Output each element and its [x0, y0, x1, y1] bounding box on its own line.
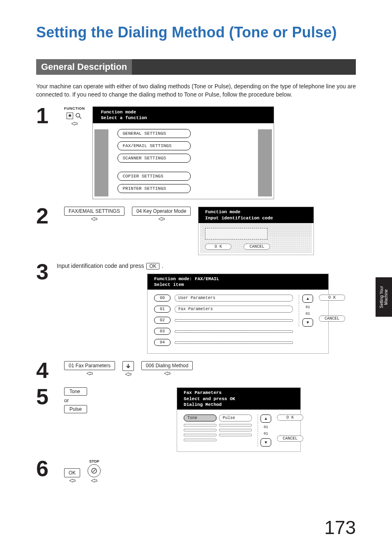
pointer-icon: [90, 478, 98, 483]
step-3-instruction: Input identification code and press OK .: [57, 263, 376, 269]
stop-icon: [88, 464, 101, 477]
ok-key-label: OK: [64, 468, 80, 477]
scroll-down-icon[interactable]: ▼: [261, 438, 271, 447]
stop-key[interactable]: STOP: [88, 459, 101, 483]
empty-option: [184, 439, 217, 441]
empty-option: [184, 424, 217, 426]
cancel-button[interactable]: CANCEL: [319, 315, 345, 322]
step-3-lcd-line2: Select item: [154, 282, 322, 288]
step-4-number: 4: [36, 361, 56, 380]
arrow-down-key[interactable]: [122, 361, 134, 377]
page-indicator-bottom: 01: [306, 312, 310, 316]
scroll-up-icon[interactable]: ▲: [302, 295, 313, 303]
step-3-lcd-header: Function mode: FAX/EMAIL Select item: [148, 274, 328, 290]
step-3-content: Input identification code and press OK .…: [57, 263, 376, 354]
list-item[interactable]: 02: [154, 317, 293, 324]
svg-line-3: [93, 470, 95, 472]
list-item[interactable]: 04: [154, 339, 293, 346]
cancel-button[interactable]: CANCEL: [277, 435, 303, 442]
ok-inline-key[interactable]: OK: [146, 263, 159, 269]
list-item[interactable]: 03: [154, 328, 293, 335]
lcd-dots-right: [258, 129, 272, 197]
step-5-content: Tone or Pulse Fax Parameters Select and …: [64, 387, 301, 452]
step-1-content: FUNCTION ✱ Function mode Select a functi…: [64, 106, 274, 200]
scroll-up-icon[interactable]: ▲: [261, 415, 271, 423]
page-indicator-top: 01: [264, 425, 268, 429]
pointer-icon: [86, 371, 93, 376]
step-2-content: FAX/EMAIL SETTINGS 04 Key Operator Mode …: [64, 207, 314, 255]
side-tab-line1: Setting Your: [379, 286, 384, 308]
svg-line-1: [80, 117, 82, 119]
step-5-lcd-line2: Select and press OK: [184, 396, 294, 402]
step-3: 3 Input identification code and press OK…: [36, 263, 356, 354]
step-5-lcd: Fax Parameters Select and press OK Diali…: [177, 387, 301, 452]
ok-button[interactable]: O K: [277, 415, 303, 421]
step-2-lcd-line2: Input identification code: [205, 215, 307, 221]
step-4: 4 01 Fax Parameters 006 Dialing Method: [36, 361, 356, 380]
action-col: O K CANCEL: [319, 295, 345, 322]
tone-option[interactable]: Tone: [184, 415, 217, 421]
step-1-lcd-line2: Select a function: [101, 115, 265, 121]
intro-paragraph: Your machine can operate with either of …: [36, 82, 356, 99]
list-index: 00: [154, 295, 171, 302]
step-6-content: OK STOP: [64, 459, 101, 483]
step-5-lcd-line1: Fax Parameters: [184, 390, 294, 396]
dialing-method-key[interactable]: 006 Dialing Method: [141, 361, 193, 376]
ok-key[interactable]: OK: [64, 468, 80, 483]
scroll-down-icon[interactable]: ▼: [302, 318, 313, 327]
list-item[interactable]: 01 Fax Parameters: [154, 306, 293, 313]
copier-settings-button[interactable]: COPIER SETTINGS: [118, 172, 191, 181]
tone-key[interactable]: Tone: [64, 387, 87, 396]
empty-option: [219, 434, 252, 436]
magnifier-icon: [75, 112, 82, 120]
step-1-lcd-col1: GENERAL SETTINGS FAX/EMAIL SETTINGS SCAN…: [118, 129, 191, 163]
list-label: [175, 330, 293, 333]
list-index: 02: [154, 317, 171, 324]
page-indicator-bottom: 01: [264, 432, 268, 436]
step-5-number: 5: [36, 387, 56, 406]
step-2-lcd-header: Function mode Input identification code: [198, 207, 314, 223]
step-2-number: 2: [36, 207, 56, 226]
empty-option: [219, 429, 252, 431]
key-operator-mode-key-label: 04 Key Operator Mode: [132, 207, 191, 216]
key-operator-mode-key[interactable]: 04 Key Operator Mode: [132, 207, 191, 221]
list-index: 04: [154, 339, 171, 346]
dial-option-grid: Tone Pulse: [184, 415, 252, 441]
empty-option: [219, 424, 252, 426]
step-6-number: 6: [36, 459, 56, 478]
action-col: O K CANCEL: [277, 415, 303, 442]
function-key-icons: ✱: [67, 112, 82, 120]
scanner-settings-button[interactable]: SCANNER SETTINGS: [118, 154, 191, 163]
pulse-option[interactable]: Pulse: [219, 415, 252, 421]
side-tab: Setting Your Machine: [376, 277, 392, 317]
list-item[interactable]: 00 User Parameters: [154, 295, 293, 302]
step-1-lcd-header: Function mode Select a function: [93, 107, 274, 124]
fax-email-settings-key-label: FAX/EMAIL SETTINGS: [64, 207, 125, 216]
empty-option: [184, 434, 217, 436]
list-index: 01: [154, 306, 171, 313]
pulse-key[interactable]: Pulse: [64, 405, 87, 413]
ok-button[interactable]: O K: [205, 244, 231, 250]
fax-parameters-key[interactable]: 01 Fax Parameters: [64, 361, 115, 376]
page-indicator-top: 01: [306, 305, 310, 309]
side-tab-text: Setting Your Machine: [379, 286, 388, 308]
list-label: [175, 319, 293, 322]
section-heading: General Description: [36, 59, 132, 75]
dialing-method-key-label: 006 Dialing Method: [141, 361, 193, 370]
fax-email-settings-key[interactable]: FAX/EMAIL SETTINGS: [64, 207, 125, 221]
list-label: Fax Parameters: [175, 306, 293, 313]
fax-email-settings-button[interactable]: FAX/EMAIL SETTINGS: [118, 141, 191, 150]
function-key[interactable]: FUNCTION ✱: [64, 106, 85, 126]
pointer-icon: [90, 216, 98, 221]
ok-button[interactable]: O K: [319, 295, 345, 301]
general-settings-button[interactable]: GENERAL SETTINGS: [118, 129, 191, 138]
step-5-lcd-line3: Dialing Method: [184, 402, 294, 408]
step-3-number: 3: [36, 263, 48, 281]
cancel-button[interactable]: CANCEL: [244, 244, 270, 250]
id-code-input[interactable]: [205, 228, 267, 240]
scroll-indicator: ▲ 01 01 ▼: [299, 295, 313, 327]
step-5: 5 Tone or Pulse Fax Parameters Select an…: [36, 387, 356, 452]
printer-settings-button[interactable]: PRINTER SETTINGS: [118, 184, 191, 193]
list-label: [175, 341, 293, 344]
scroll-indicator: ▲ 01 01 ▼: [258, 415, 271, 447]
